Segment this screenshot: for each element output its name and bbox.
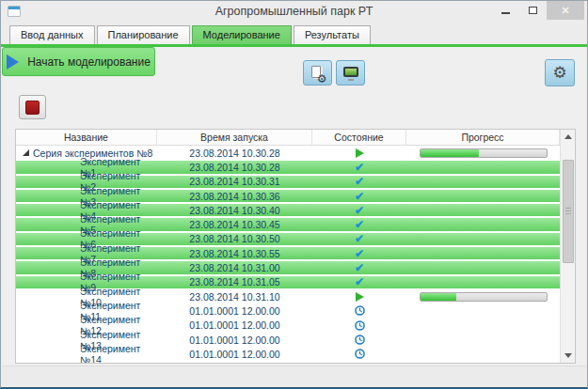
scrollbar-thumb[interactable]	[563, 160, 574, 263]
row-state-cell: ✔	[312, 233, 406, 245]
table-row[interactable]: ✔	[16, 361, 560, 363]
progress-fill	[421, 149, 480, 157]
maximize-button[interactable]	[519, 1, 547, 20]
row-state-cell: ✔	[312, 261, 406, 273]
row-launch-time: 23.08.2014 10.31.05	[189, 276, 279, 288]
row-state-cell: ✔	[312, 218, 406, 230]
state-pending-icon	[355, 305, 365, 316]
maximize-icon	[529, 7, 537, 14]
row-state-cell: ✔	[312, 176, 406, 188]
row-launch-time: 23.08.2014 10.30.28	[189, 162, 279, 173]
minimize-icon	[501, 12, 510, 14]
row-state-cell: ✔	[312, 146, 406, 160]
state-done-icon: ✔	[355, 219, 364, 230]
tab-1[interactable]: Ввод данных	[9, 25, 95, 44]
row-state-cell: ✔	[312, 204, 406, 216]
row-state-cell: ✔	[312, 276, 406, 288]
play-icon	[7, 54, 19, 70]
settings-button[interactable]: ⚙	[545, 59, 575, 86]
progress-fill	[421, 293, 457, 301]
modeling-tab-content: ⚙ Начать моделирование ⚙ Название Время …	[2, 47, 586, 385]
state-pending-icon	[355, 335, 365, 345]
row-state-cell: ✔	[312, 190, 406, 202]
state-running-icon	[356, 292, 364, 302]
experiment-settings-button[interactable]: ⚙	[303, 60, 332, 86]
row-launch-time: 01.01.0001 12.00.00	[189, 319, 279, 331]
experiments-table: Название Время запуска Состояние Прогрес…	[15, 129, 576, 364]
minimize-button[interactable]	[492, 1, 519, 20]
row-launch-time: 23.08.2014 10.30.45	[189, 219, 279, 230]
row-launch-time: 23.08.2014 10.30.50	[189, 233, 279, 244]
state-running-icon	[356, 148, 364, 158]
state-done-icon: ✔	[355, 233, 364, 244]
row-launch-time: 23.08.2014 10.30.36	[189, 191, 279, 202]
title-bar: Агропромышленный парк РТ ✕	[1, 1, 587, 23]
tab-4[interactable]: Результаты	[294, 25, 371, 44]
monitor-chart-icon	[342, 66, 359, 81]
column-header-state[interactable]: Состояние	[312, 130, 406, 145]
row-launch-time: 23.08.2014 10.31.00	[189, 262, 279, 273]
app-window: Агропромышленный парк РТ ✕ Ввод данныхПл…	[0, 0, 588, 389]
row-launch-time: 23.08.2014 10.30.31	[189, 176, 279, 187]
tab-strip: Ввод данныхПланированиеМоделированиеРезу…	[1, 25, 587, 47]
close-button[interactable]: ✕	[547, 1, 584, 20]
row-launch-time: 23.08.2014 10.30.28	[189, 148, 279, 159]
state-pending-icon	[355, 320, 365, 331]
row-state-cell: ✔	[312, 289, 406, 303]
vertical-scrollbar[interactable]	[560, 130, 575, 363]
column-header-time[interactable]: Время запуска	[157, 130, 312, 145]
column-header-name[interactable]: Название	[16, 130, 157, 145]
tab-2[interactable]: Планирование	[97, 25, 190, 44]
progress-bar	[420, 292, 548, 302]
row-launch-time: 01.01.0001 12.00.00	[189, 349, 279, 360]
table-header: Название Время запуска Состояние Прогрес…	[16, 130, 575, 146]
row-state-cell: ✔	[312, 347, 406, 361]
row-launch-time: 23.08.2014 10.31.10	[189, 291, 279, 303]
start-modeling-button[interactable]: Начать моделирование	[2, 47, 155, 76]
row-state-cell: ✔	[312, 361, 406, 363]
column-header-progress[interactable]: Прогресс	[406, 130, 560, 145]
arrow-down-icon	[564, 353, 572, 358]
state-done-icon: ✔	[355, 262, 364, 273]
scroll-down-button[interactable]	[561, 349, 576, 363]
row-launch-time: 23.08.2014 10.30.40	[189, 205, 279, 216]
status-bar	[2, 366, 586, 385]
row-launch-time: 23.08.2014 10.30.55	[189, 248, 279, 259]
stop-icon	[25, 101, 40, 115]
table-row[interactable]: Эксперимент №14 01.01.0001 12.00.00 ✔	[16, 347, 560, 361]
state-done-icon: ✔	[355, 276, 364, 288]
row-launch-time: 01.01.0001 12.00.00	[189, 335, 279, 346]
close-icon: ✕	[561, 5, 569, 17]
row-state-cell: ✔	[312, 333, 406, 347]
document-gear-icon: ⚙	[310, 65, 326, 82]
row-state-cell: ✔	[312, 319, 406, 333]
tab-3[interactable]: Моделирование	[192, 25, 292, 44]
start-modeling-label: Начать моделирование	[27, 55, 151, 69]
state-done-icon: ✔	[355, 248, 364, 259]
state-done-icon: ✔	[355, 176, 364, 187]
table-body: Серия экспериментов №8 23.08.2014 10.30.…	[16, 146, 560, 363]
monitor-view-button[interactable]	[336, 60, 365, 86]
progress-bar	[420, 148, 548, 158]
arrow-up-icon	[564, 134, 572, 139]
row-launch-time: 01.01.0001 12.00.00	[189, 305, 279, 317]
state-pending-icon	[355, 349, 365, 359]
state-done-icon: ✔	[355, 205, 364, 216]
stop-button[interactable]	[19, 95, 46, 119]
row-state-cell: ✔	[312, 303, 406, 318]
state-done-icon: ✔	[355, 191, 364, 202]
row-name: Эксперимент №14	[80, 343, 157, 363]
row-state-cell: ✔	[312, 161, 406, 173]
gear-icon: ⚙	[552, 65, 566, 81]
state-done-icon: ✔	[355, 162, 364, 173]
row-state-cell: ✔	[312, 247, 406, 259]
scroll-up-button[interactable]	[561, 130, 576, 144]
